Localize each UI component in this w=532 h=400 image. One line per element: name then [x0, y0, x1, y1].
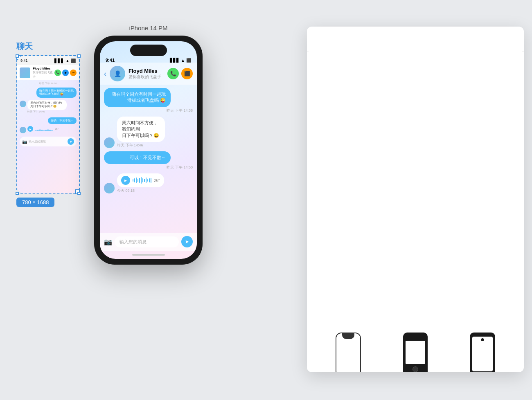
small-msg-2: 周六时间不方便，我们约周日下午可以吗？😀	[27, 100, 67, 110]
small-phone-wrapper: 9:41 ▋▋▋ ▲ ⬛ Floyd Miles 发你喜欢的飞盘手 📞 ▶ ⋯	[16, 55, 80, 194]
big-msg-sent-1: 嗨在吗？周六有时间一起玩滑板或者飞盘吗 😜	[104, 88, 171, 107]
voice-waveform	[133, 177, 151, 184]
small-call-btn: 📞	[54, 70, 61, 76]
big-messages: 嗨在吗？周六有时间一起玩滑板或者飞盘吗 😜 昨天 下午 14:38 周六时间不方…	[100, 85, 197, 233]
device-item-iphonese[interactable]: iPhone SE	[451, 261, 514, 321]
small-camera-icon: 📷	[22, 139, 27, 144]
big-recv-1: 周六时间不方便，我们约周日下午可以吗？😀 昨天 下午 14:46	[104, 117, 193, 148]
small-time: 9:41	[20, 58, 28, 63]
home-bar-line	[132, 254, 165, 256]
big-status-bar: 9:41 ▋▋▋ ▲ ⬛	[100, 56, 197, 63]
corner-tl	[16, 54, 19, 58]
big-msg-recv-1: 周六时间不方便，我们约周日下午可以吗？😀	[117, 117, 165, 142]
big-recv-msg-1-wrapper: 周六时间不方便，我们约周日下午可以吗？😀 昨天 下午 14:46	[117, 117, 181, 148]
big-msg-sent-2: 可以！不见不散～	[104, 151, 171, 164]
small-contact-name: Floyd Miles	[33, 67, 54, 70]
phone-outline-iphonex	[336, 333, 361, 372]
big-recv-time-1: 昨天 下午 14:46	[117, 143, 181, 148]
android-punch	[481, 338, 484, 341]
corner-br	[77, 192, 81, 195]
big-input-field[interactable]: 输入您的消息	[115, 236, 179, 247]
big-recv-avatar-1	[104, 137, 115, 148]
big-voice-msg: ▶	[117, 173, 164, 187]
small-recv-row-1: 周六时间不方便，我们约周日下午可以吗？😀 昨天 下午 14:46	[20, 100, 77, 114]
small-time-2: 昨天 下午 14:46	[27, 110, 77, 114]
big-header-actions: 📞 ⬛	[167, 68, 193, 79]
small-chat-info: Floyd Miles 发你喜欢的飞盘手	[33, 67, 54, 79]
small-msg-3: 好的！不见不散～	[48, 117, 77, 124]
voice-duration: 26"	[154, 178, 160, 183]
iphone8-home	[413, 366, 418, 372]
big-input-bar: 📷 输入您的消息 ➤	[100, 233, 197, 251]
big-sent-1-wrapper: 嗨在吗？周六有时间一起玩滑板或者飞盘吗 😜 昨天 下午 14:38	[104, 88, 193, 113]
small-messages: 昨天 下午 14:26 嗨在吗？周六有时间一起玩滑板或者飞盘吗 😜 周六时间不方…	[17, 80, 79, 135]
phone-outline-android	[470, 333, 495, 372]
corner-tr	[77, 54, 81, 58]
big-time: 9:41	[106, 58, 115, 63]
iphonex-notch	[342, 333, 354, 339]
small-recv-row-2: ▶ ▁▂▃▂▁▂▃▂▁ 26"	[20, 126, 77, 133]
big-header-info: Floyd Miles 发你喜欢的飞盘手	[128, 68, 164, 80]
battery-icon: ⬛	[186, 58, 191, 63]
signal-icon: ▋▋▋	[170, 58, 180, 63]
voice-play-btn[interactable]: ▶	[121, 176, 130, 185]
small-waveform: ▁▂▃▂▁▂▃▂▁	[35, 128, 53, 130]
small-status-bar: 9:41 ▋▋▋ ▲ ⬛	[17, 56, 79, 65]
small-send-btn[interactable]: ➤	[68, 138, 74, 145]
small-input-bar: 📷 输入您的消息 ➤	[20, 137, 77, 146]
back-icon[interactable]: ‹	[104, 70, 106, 78]
small-video-btn: ▶	[62, 70, 69, 76]
android-screen	[472, 337, 493, 371]
wifi-icon: ▲	[181, 58, 185, 63]
big-header-avatar: 👤	[110, 66, 125, 81]
big-video-btn[interactable]: ⬛	[181, 68, 193, 79]
big-contact-name: Floyd Miles	[128, 68, 164, 74]
main-phone-preview: iPhone 14 PM 9:41 ▋▋▋ ▲ ⬛ ‹ 👤 Floyd Mile…	[94, 25, 203, 265]
device-label: iPhone 14 PM	[94, 25, 203, 31]
se-screen	[309, 52, 522, 361]
small-recv-avatar-1	[20, 101, 26, 107]
big-send-btn[interactable]: ➤	[181, 236, 193, 247]
big-phone: 9:41 ▋▋▋ ▲ ⬛ ‹ 👤 Floyd Miles 发你喜欢的飞盘手 📞 …	[94, 36, 203, 265]
small-voice-msg: ▶ ▁▂▃▂▁▂▃▂▁ 26"	[27, 126, 59, 132]
small-more-btn: ⋯	[70, 70, 77, 76]
small-msg-1: 嗨在吗？周六有时间一起玩滑板或者飞盘吗 😜	[36, 88, 77, 98]
modal-body: iPhone 14 PM iPhone 14 Pro iPhone 14 Plu…	[307, 52, 524, 372]
small-phone-screen: 9:41 ▋▋▋ ▲ ⬛ Floyd Miles 发你喜欢的飞盘手 📞 ▶ ⋯	[17, 56, 79, 193]
iphone8-screen	[406, 341, 425, 364]
big-camera-icon: 📷	[104, 238, 112, 246]
big-voice-wrapper: ▶	[117, 173, 164, 193]
dynamic-island	[130, 45, 167, 56]
big-voice-time: 今天 09:15	[117, 188, 164, 193]
small-status-icons: ▋▋▋ ▲ ⬛	[54, 58, 76, 63]
big-recv-avatar-2	[104, 183, 115, 193]
big-sent-2-wrapper: 可以！不见不散～ 昨天 下午 14:50	[104, 151, 193, 170]
size-badge: 780 × 1688	[16, 198, 54, 207]
small-play-btn: ▶	[27, 126, 33, 132]
device-grid: iPhone 14 PM iPhone 14 Pro iPhone 14 Plu…	[317, 58, 514, 372]
small-timestamp-1: 昨天 下午 14:26	[20, 82, 77, 85]
big-chat-header: ‹ 👤 Floyd Miles 发你喜欢的飞盘手 📞 ⬛	[100, 63, 197, 85]
small-recv-avatar-2	[20, 127, 26, 133]
dynamic-island-wrapper	[100, 41, 197, 56]
corner-bl	[16, 192, 19, 195]
big-contact-sub: 发你喜欢的飞盘手	[128, 74, 164, 80]
big-status-icons: ▋▋▋ ▲ ⬛	[170, 58, 191, 63]
big-call-btn[interactable]: 📞	[167, 68, 179, 79]
device-selector-modal: 壳 套个壳 × iPhone 14 PM iPhone 14 Pro iPhon…	[307, 27, 524, 372]
small-msg-3-wrapper: 好的！不见不散～	[20, 116, 77, 124]
home-indicator	[100, 251, 197, 259]
big-msg-time-2: 昨天 下午 14:50	[104, 165, 193, 170]
big-phone-screen: 9:41 ▋▋▋ ▲ ⬛ ‹ 👤 Floyd Miles 发你喜欢的飞盘手 📞 …	[100, 41, 197, 259]
big-msg-time-1: 昨天 下午 14:38	[104, 108, 193, 113]
small-contact-sub: 发你喜欢的飞盘手	[33, 70, 54, 79]
small-avatar	[20, 67, 30, 78]
small-input-placeholder: 输入您的消息	[29, 139, 66, 144]
small-chat-header: Floyd Miles 发你喜欢的飞盘手 📞 ▶ ⋯	[17, 65, 79, 80]
phone-outline-iphone8	[403, 333, 428, 372]
left-preview-panel: 聊天 9:41 ▋▋▋ ▲ ⬛ Floyd Miles 发你喜欢的飞盘手	[16, 41, 80, 207]
small-voice-dur: 26"	[55, 128, 59, 130]
small-action-icons: 📞 ▶ ⋯	[54, 70, 77, 76]
big-recv-2: ▶	[104, 173, 193, 193]
left-panel-label: 聊天	[16, 41, 80, 52]
